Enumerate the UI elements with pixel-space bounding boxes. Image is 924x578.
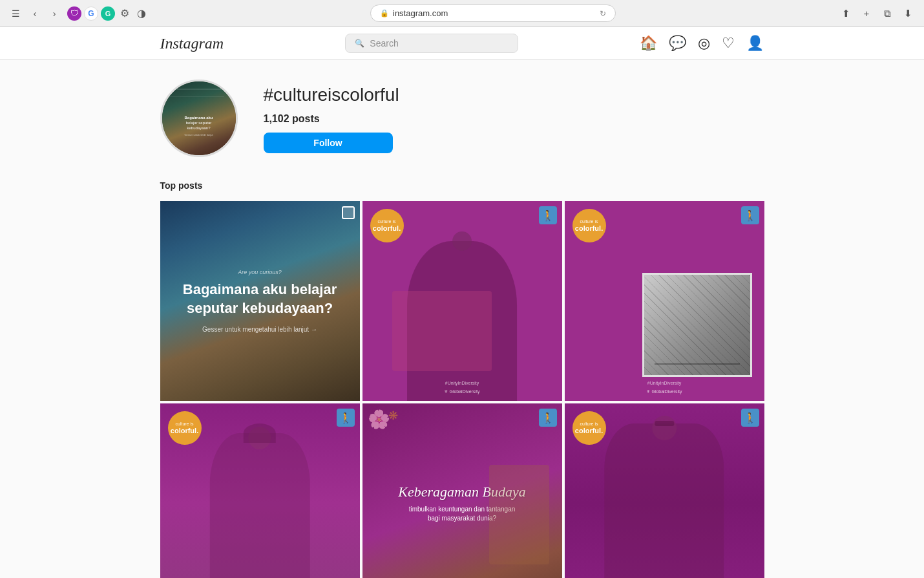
settings-extension[interactable]: ⚙: [118, 6, 132, 21]
privacy-extension[interactable]: ◑: [134, 6, 149, 21]
post-item[interactable]: Are you curious? Bagaimana aku belajar s…: [160, 201, 360, 401]
url-text: instagram.com: [393, 8, 448, 18]
messenger-icon[interactable]: 💬: [669, 35, 686, 52]
browser-toolbar: ☰ ‹ › 🛡 G G ⚙ ◑ 🔒 instagram.com ↻ ⬆ + ⧉ …: [0, 0, 924, 27]
download-button[interactable]: ⬇: [899, 5, 916, 22]
instagram-logo[interactable]: Instagram: [160, 35, 224, 52]
post-item[interactable]: culture is colorful. 🚶 #UnityInDiversity…: [565, 403, 764, 578]
profile-section: Bagaimana aku belajar seputar kebudayaan…: [160, 80, 764, 157]
post-item[interactable]: culture is colorful. 🚶 #UnityInDiversity…: [362, 201, 562, 401]
avatar-text: Bagaimana aku belajar seputar kebudayaan…: [169, 116, 228, 137]
search-bar[interactable]: 🔍 Search: [345, 34, 518, 53]
instagram-header: Instagram 🔍 Search 🏠 💬 ◎ ♡ 👤: [0, 27, 924, 60]
header-inner: Instagram 🔍 Search 🏠 💬 ◎ ♡ 👤: [147, 34, 777, 53]
grammarly-extension[interactable]: G: [101, 6, 115, 21]
explore-icon[interactable]: ◎: [698, 35, 710, 52]
back-button[interactable]: ‹: [27, 6, 43, 21]
sidebar-toggle-button[interactable]: ☰: [8, 6, 23, 21]
shield-extension[interactable]: 🛡: [67, 6, 81, 21]
section-label: Top posts: [160, 180, 764, 191]
new-tab-button[interactable]: +: [858, 5, 875, 22]
address-bar[interactable]: 🔒 instagram.com ↻: [370, 5, 616, 22]
profile-icon[interactable]: 👤: [746, 35, 764, 52]
lock-icon: 🔒: [380, 9, 389, 17]
search-icon: 🔍: [355, 39, 364, 48]
reload-icon[interactable]: ↻: [600, 9, 606, 18]
share-button[interactable]: ⬆: [837, 5, 854, 22]
posts-count: 1,102 posts: [264, 113, 399, 125]
google-extension[interactable]: G: [84, 6, 98, 21]
hashtag-title: #cultureiscolorful: [264, 85, 399, 105]
browser-actions: ⬆ + ⧉ ⬇: [837, 5, 916, 22]
profile-info: #cultureiscolorful 1,102 posts Follow: [264, 80, 399, 153]
post-item[interactable]: 🌸 ❋ 🚶 Keberagaman Budaya timbulkan keunt…: [362, 403, 562, 578]
posts-grid: Are you curious? Bagaimana aku belajar s…: [160, 201, 764, 578]
nav-icons: 🏠 💬 ◎ ♡ 👤: [640, 35, 764, 52]
search-placeholder: Search: [370, 38, 398, 48]
follow-button[interactable]: Follow: [264, 133, 393, 153]
activity-icon[interactable]: ♡: [722, 35, 735, 52]
home-icon[interactable]: 🏠: [640, 35, 657, 52]
address-bar-container: 🔒 instagram.com ↻: [154, 5, 832, 22]
main-content: Bagaimana aku belajar seputar kebudayaan…: [147, 60, 777, 578]
avatar-container: Bagaimana aku belajar seputar kebudayaan…: [160, 80, 238, 157]
avatar: Bagaimana aku belajar seputar kebudayaan…: [160, 80, 238, 157]
browser-controls: ☰ ‹ ›: [8, 6, 62, 21]
avatar-image: Bagaimana aku belajar seputar kebudayaan…: [162, 81, 236, 155]
post-item[interactable]: culture is colorful. 🚶 #UnityInDiversity…: [160, 403, 360, 578]
browser-extensions: 🛡 G G ⚙ ◑: [67, 6, 149, 21]
forward-button[interactable]: ›: [47, 6, 62, 21]
posts-label: posts: [292, 113, 320, 124]
tabs-button[interactable]: ⧉: [879, 5, 896, 22]
posts-number: 1,102: [264, 113, 289, 124]
post-item[interactable]: culture is colorful. 🚶 #UnityInDiversity…: [565, 201, 764, 401]
